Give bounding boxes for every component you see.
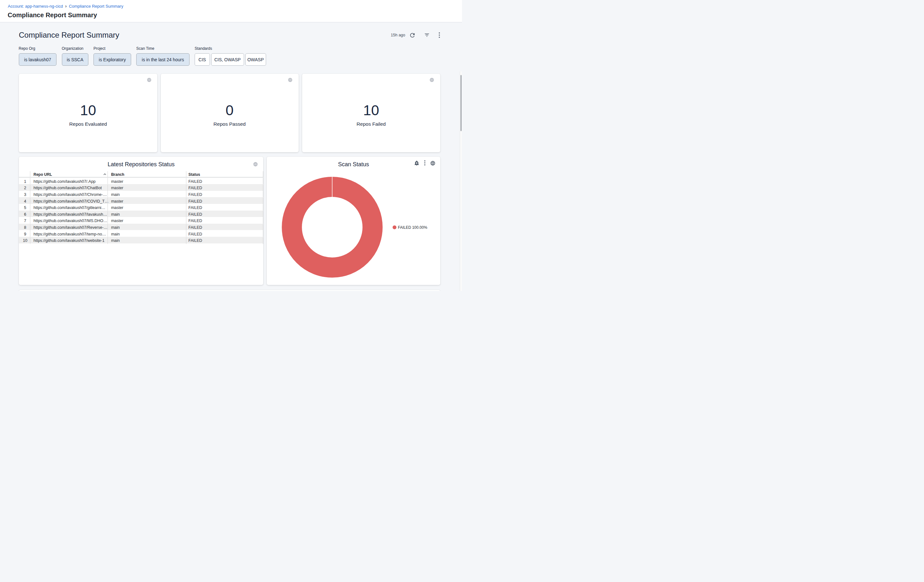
svg-text:FAILED 100.00%: FAILED 100.00% — [398, 225, 427, 230]
